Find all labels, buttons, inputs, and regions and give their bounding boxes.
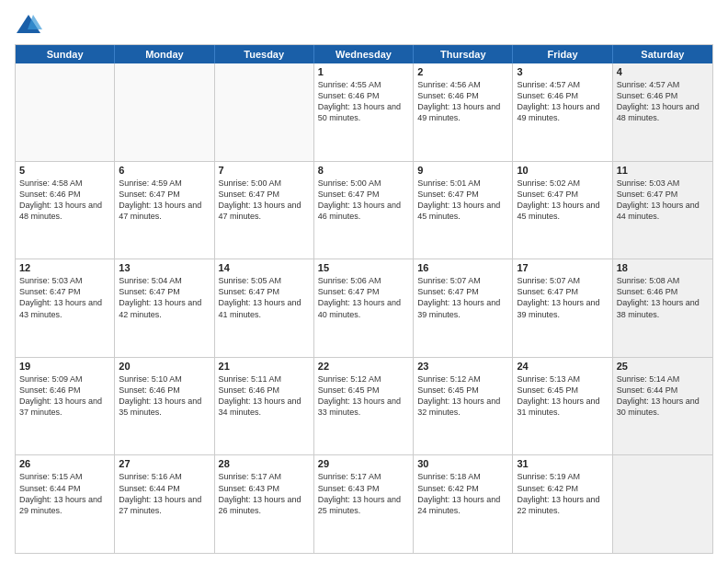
- day-cell-2: 2Sunrise: 4:56 AM Sunset: 6:46 PM Daylig…: [414, 63, 513, 161]
- day-number: 2: [417, 66, 508, 77]
- day-cell-27: 27Sunrise: 5:16 AM Sunset: 6:44 PM Dayli…: [115, 455, 214, 553]
- day-cell-18: 18Sunrise: 5:08 AM Sunset: 6:46 PM Dayli…: [613, 259, 712, 357]
- day-cell-30: 30Sunrise: 5:18 AM Sunset: 6:42 PM Dayli…: [414, 455, 513, 553]
- logo-icon: [15, 11, 42, 39]
- day-cell-5: 5Sunrise: 4:58 AM Sunset: 6:46 PM Daylig…: [16, 162, 115, 259]
- day-cell-19: 19Sunrise: 5:09 AM Sunset: 6:46 PM Dayli…: [16, 358, 115, 455]
- day-number: 13: [119, 262, 210, 273]
- day-number: 7: [219, 165, 310, 176]
- day-header-sunday: Sunday: [16, 45, 115, 63]
- day-header-thursday: Thursday: [414, 45, 513, 63]
- day-cell-9: 9Sunrise: 5:01 AM Sunset: 6:47 PM Daylig…: [414, 162, 513, 259]
- day-info: Sunrise: 5:17 AM Sunset: 6:43 PM Dayligh…: [219, 471, 310, 516]
- day-info: Sunrise: 5:16 AM Sunset: 6:44 PM Dayligh…: [119, 471, 210, 516]
- day-number: 20: [119, 361, 210, 372]
- day-info: Sunrise: 4:57 AM Sunset: 6:46 PM Dayligh…: [617, 79, 709, 124]
- day-number: 12: [19, 262, 110, 273]
- day-number: 24: [517, 361, 608, 372]
- calendar: SundayMondayTuesdayWednesdayThursdayFrid…: [15, 44, 713, 554]
- day-headers: SundayMondayTuesdayWednesdayThursdayFrid…: [16, 45, 712, 63]
- day-header-monday: Monday: [115, 45, 214, 63]
- day-info: Sunrise: 5:06 AM Sunset: 6:47 PM Dayligh…: [318, 275, 409, 320]
- day-number: 10: [517, 165, 608, 176]
- day-number: 3: [517, 66, 608, 77]
- day-number: 17: [517, 262, 608, 273]
- day-cell-24: 24Sunrise: 5:13 AM Sunset: 6:45 PM Dayli…: [513, 358, 612, 455]
- day-cell-7: 7Sunrise: 5:00 AM Sunset: 6:47 PM Daylig…: [215, 162, 314, 259]
- day-number: 8: [318, 165, 409, 176]
- weeks: 1Sunrise: 4:55 AM Sunset: 6:46 PM Daylig…: [16, 63, 712, 553]
- day-info: Sunrise: 5:09 AM Sunset: 6:46 PM Dayligh…: [19, 373, 110, 419]
- day-number: 25: [617, 361, 709, 372]
- header: [15, 11, 713, 39]
- day-number: 27: [119, 458, 210, 469]
- day-info: Sunrise: 5:07 AM Sunset: 6:47 PM Dayligh…: [417, 275, 508, 320]
- day-cell-10: 10Sunrise: 5:02 AM Sunset: 6:47 PM Dayli…: [513, 162, 612, 259]
- day-info: Sunrise: 5:13 AM Sunset: 6:45 PM Dayligh…: [517, 373, 608, 419]
- day-cell-6: 6Sunrise: 4:59 AM Sunset: 6:47 PM Daylig…: [115, 162, 214, 259]
- day-number: 23: [417, 361, 508, 372]
- page: SundayMondayTuesdayWednesdayThursdayFrid…: [0, 0, 728, 563]
- day-info: Sunrise: 5:01 AM Sunset: 6:47 PM Dayligh…: [417, 178, 508, 223]
- day-info: Sunrise: 5:00 AM Sunset: 6:47 PM Dayligh…: [318, 178, 409, 223]
- day-cell-15: 15Sunrise: 5:06 AM Sunset: 6:47 PM Dayli…: [314, 259, 414, 357]
- day-info: Sunrise: 5:05 AM Sunset: 6:47 PM Dayligh…: [219, 275, 310, 320]
- day-info: Sunrise: 5:03 AM Sunset: 6:47 PM Dayligh…: [19, 275, 110, 320]
- day-cell-26: 26Sunrise: 5:15 AM Sunset: 6:44 PM Dayli…: [16, 455, 115, 553]
- day-number: 30: [417, 458, 508, 469]
- day-info: Sunrise: 4:57 AM Sunset: 6:46 PM Dayligh…: [517, 79, 608, 124]
- day-number: 1: [318, 66, 409, 77]
- day-cell-31: 31Sunrise: 5:19 AM Sunset: 6:42 PM Dayli…: [513, 455, 612, 553]
- day-header-tuesday: Tuesday: [215, 45, 314, 63]
- day-cell-23: 23Sunrise: 5:12 AM Sunset: 6:45 PM Dayli…: [414, 358, 513, 455]
- logo: [15, 11, 46, 39]
- day-cell-empty-0-1: [115, 63, 214, 161]
- day-cell-25: 25Sunrise: 5:14 AM Sunset: 6:44 PM Dayli…: [613, 358, 712, 455]
- day-info: Sunrise: 5:08 AM Sunset: 6:46 PM Dayligh…: [617, 275, 709, 320]
- day-cell-3: 3Sunrise: 4:57 AM Sunset: 6:46 PM Daylig…: [513, 63, 612, 161]
- day-cell-4: 4Sunrise: 4:57 AM Sunset: 6:46 PM Daylig…: [613, 63, 712, 161]
- day-number: 4: [617, 66, 709, 77]
- day-info: Sunrise: 4:59 AM Sunset: 6:47 PM Dayligh…: [119, 178, 210, 223]
- day-cell-14: 14Sunrise: 5:05 AM Sunset: 6:47 PM Dayli…: [215, 259, 314, 357]
- day-cell-11: 11Sunrise: 5:03 AM Sunset: 6:47 PM Dayli…: [613, 162, 712, 259]
- week-row-5: 26Sunrise: 5:15 AM Sunset: 6:44 PM Dayli…: [16, 454, 712, 553]
- day-info: Sunrise: 4:56 AM Sunset: 6:46 PM Dayligh…: [417, 79, 508, 124]
- day-number: 19: [19, 361, 110, 372]
- day-info: Sunrise: 5:12 AM Sunset: 6:45 PM Dayligh…: [318, 373, 409, 419]
- day-number: 28: [219, 458, 310, 469]
- day-number: 22: [318, 361, 409, 372]
- day-info: Sunrise: 5:14 AM Sunset: 6:44 PM Dayligh…: [617, 373, 709, 419]
- day-cell-8: 8Sunrise: 5:00 AM Sunset: 6:47 PM Daylig…: [314, 162, 414, 259]
- day-number: 11: [617, 165, 709, 176]
- day-info: Sunrise: 5:15 AM Sunset: 6:44 PM Dayligh…: [19, 471, 110, 516]
- day-cell-28: 28Sunrise: 5:17 AM Sunset: 6:43 PM Dayli…: [215, 455, 314, 553]
- day-number: 14: [219, 262, 310, 273]
- day-info: Sunrise: 5:19 AM Sunset: 6:42 PM Dayligh…: [517, 471, 608, 516]
- day-info: Sunrise: 5:03 AM Sunset: 6:47 PM Dayligh…: [617, 178, 709, 223]
- day-header-friday: Friday: [513, 45, 612, 63]
- day-cell-empty-4-6: [613, 455, 712, 553]
- day-info: Sunrise: 5:17 AM Sunset: 6:43 PM Dayligh…: [318, 471, 409, 516]
- day-number: 21: [219, 361, 310, 372]
- day-number: 15: [318, 262, 409, 273]
- day-number: 16: [417, 262, 508, 273]
- day-info: Sunrise: 5:12 AM Sunset: 6:45 PM Dayligh…: [417, 373, 508, 419]
- day-number: 6: [119, 165, 210, 176]
- week-row-2: 5Sunrise: 4:58 AM Sunset: 6:46 PM Daylig…: [16, 161, 712, 259]
- week-row-4: 19Sunrise: 5:09 AM Sunset: 6:46 PM Dayli…: [16, 357, 712, 455]
- day-cell-17: 17Sunrise: 5:07 AM Sunset: 6:47 PM Dayli…: [513, 259, 612, 357]
- day-cell-12: 12Sunrise: 5:03 AM Sunset: 6:47 PM Dayli…: [16, 259, 115, 357]
- week-row-3: 12Sunrise: 5:03 AM Sunset: 6:47 PM Dayli…: [16, 259, 712, 357]
- day-info: Sunrise: 5:18 AM Sunset: 6:42 PM Dayligh…: [417, 471, 508, 516]
- day-info: Sunrise: 5:07 AM Sunset: 6:47 PM Dayligh…: [517, 275, 608, 320]
- day-cell-16: 16Sunrise: 5:07 AM Sunset: 6:47 PM Dayli…: [414, 259, 513, 357]
- day-info: Sunrise: 5:11 AM Sunset: 6:46 PM Dayligh…: [219, 373, 310, 419]
- day-cell-29: 29Sunrise: 5:17 AM Sunset: 6:43 PM Dayli…: [314, 455, 414, 553]
- day-cell-21: 21Sunrise: 5:11 AM Sunset: 6:46 PM Dayli…: [215, 358, 314, 455]
- day-info: Sunrise: 4:55 AM Sunset: 6:46 PM Dayligh…: [318, 79, 409, 124]
- week-row-1: 1Sunrise: 4:55 AM Sunset: 6:46 PM Daylig…: [16, 63, 712, 161]
- day-number: 31: [517, 458, 608, 469]
- day-cell-13: 13Sunrise: 5:04 AM Sunset: 6:47 PM Dayli…: [115, 259, 214, 357]
- day-info: Sunrise: 5:00 AM Sunset: 6:47 PM Dayligh…: [219, 178, 310, 223]
